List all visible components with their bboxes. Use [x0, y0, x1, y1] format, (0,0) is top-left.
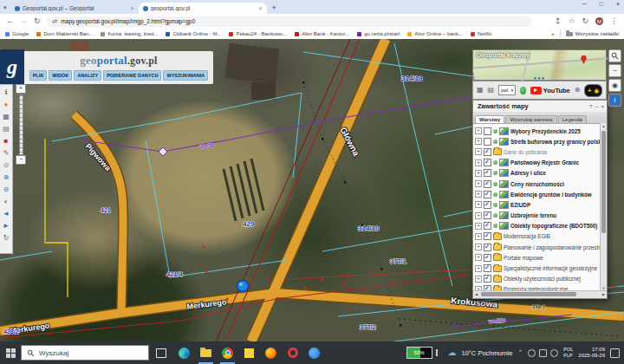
layer-label[interactable]: Uzbrojenie terenu — [510, 212, 556, 218]
layer-checkbox[interactable] — [484, 254, 491, 262]
zoom-slider-handle[interactable]: − — [16, 155, 26, 165]
zoom-in-button[interactable]: + — [16, 84, 26, 94]
globe-icon[interactable]: ◐ — [4, 196, 9, 207]
weather-cloud-icon[interactable]: ☁ — [448, 348, 457, 357]
expand-icon[interactable]: + — [475, 223, 482, 230]
map-point-marker[interactable] — [237, 281, 249, 292]
taskbar-app-sticky-notes[interactable] — [238, 341, 260, 364]
accessibility-contrast-button[interactable]: +◉ — [584, 84, 602, 97]
tray-expand-icon[interactable]: ⌃ — [517, 349, 523, 356]
youtube-button[interactable]: YouTube — [530, 87, 570, 94]
vertical-scrollbar[interactable]: ▲ ▼ — [600, 123, 607, 291]
bookmark-item[interactable]: Netflix — [471, 31, 492, 36]
table-icon[interactable]: ▦ — [3, 111, 10, 122]
more-bookmarks-icon[interactable]: » — [551, 31, 554, 36]
layer-checkbox[interactable] — [484, 180, 491, 188]
zoom-slider-track[interactable] — [19, 94, 23, 155]
battery-indicator[interactable]: 53% — [406, 347, 432, 359]
scrollbar-thumb[interactable] — [601, 131, 606, 233]
taskbar-app-file-explorer[interactable] — [195, 341, 217, 364]
expand-icon[interactable]: + — [475, 191, 482, 198]
bookmark-item[interactable]: Dom Maklerski Ban... — [36, 31, 93, 36]
layer-label[interactable]: Strefa buforowa przy granicy polsko-biał… — [510, 139, 607, 145]
browser-tab-inactive[interactable]: Geoportal.gov.pl – Geoportal × — [10, 3, 139, 14]
bookmark-star-icon[interactable]: ☆ — [568, 17, 575, 25]
taskbar-app-edge[interactable] — [173, 341, 195, 364]
new-tab-button[interactable]: + — [272, 3, 276, 12]
layer-label[interactable]: Planowanie i zagospodarowanie przestrzen… — [504, 244, 607, 250]
browser-tab-active[interactable]: geoportal.gov.pl × — [139, 3, 267, 14]
forward-icon[interactable]: → — [20, 17, 28, 25]
site-info-icon[interactable]: ⇄ — [53, 18, 58, 25]
tab-search-icon[interactable]: ▾ — [3, 4, 7, 11]
taskbar-app-blue-app[interactable] — [303, 341, 325, 364]
back-icon[interactable]: ◄ — [3, 208, 10, 219]
layer-checkbox[interactable] — [484, 201, 491, 209]
start-button[interactable] — [0, 341, 21, 364]
bookmark-item[interactable]: Google — [5, 31, 29, 36]
layer-label[interactable]: Państwowy Rejestr Granic — [510, 159, 579, 166]
layer-checkbox[interactable] — [484, 264, 491, 272]
bookmark-item[interactable]: Pekao24 - Bankowo... — [229, 31, 287, 36]
layer-label[interactable]: Obiekty użyteczności publicznej — [504, 276, 581, 282]
layer-label[interactable]: Obiekty topograficzne (BDOT500) — [510, 223, 597, 229]
layer-checkbox[interactable] — [484, 148, 491, 156]
layer-label[interactable]: Modernizacja EGiB — [504, 233, 550, 239]
info-panel-button[interactable]: i — [608, 94, 621, 107]
menu-kebab-icon[interactable]: ⋮ — [610, 17, 618, 25]
window-maximize-button[interactable]: □ — [600, 1, 603, 7]
menu-button-widok[interactable]: WIDOK — [49, 70, 72, 81]
expand-icon[interactable]: + — [475, 212, 482, 219]
history-icon[interactable]: ↻ — [3, 232, 10, 244]
geoportal-logo[interactable]: g — [0, 49, 24, 84]
forward-icon[interactable]: ► — [3, 220, 10, 231]
expand-icon[interactable]: + — [475, 201, 482, 208]
reload-icon[interactable]: ↻ — [34, 17, 41, 25]
layer-checkbox[interactable] — [484, 244, 491, 251]
map-viewport[interactable]: Pigwowa Główna Merkurego Merkurego Kroku… — [0, 39, 624, 341]
language-indicator[interactable]: POLPLP — [563, 347, 573, 358]
select-icon[interactable]: ■ — [4, 135, 9, 146]
task-view-icon[interactable] — [156, 348, 166, 358]
panel-tab-legenda[interactable]: Legenda — [558, 115, 587, 123]
info-icon[interactable]: ℹ — [4, 87, 7, 98]
all-bookmarks-button[interactable]: Wszystkie zakładki — [566, 31, 619, 36]
layer-label[interactable]: Adresy i ulice — [510, 170, 546, 176]
taskbar-search-input[interactable]: Wyszukaj — [21, 345, 149, 361]
layer-label[interactable]: Wybory Prezydenckie 2025 — [510, 128, 581, 134]
panel-tab-warstwy[interactable]: Warstwy — [475, 115, 504, 123]
expand-icon[interactable]: + — [475, 127, 482, 134]
menu-button-plik[interactable]: PLIK — [29, 70, 48, 81]
clock[interactable]: 17:092025-09-29 — [578, 347, 605, 360]
language-select[interactable]: pol▾ — [498, 85, 516, 95]
scrollbar-thumb[interactable] — [481, 292, 576, 296]
expand-icon[interactable]: + — [475, 254, 482, 261]
eye-visibility-icon[interactable]: ◉ — [608, 79, 621, 92]
close-panel-icon[interactable]: × — [601, 104, 604, 109]
layer-checkbox[interactable] — [484, 138, 491, 146]
layer-checkbox[interactable] — [484, 275, 491, 283]
weather-text[interactable]: 10°C Pochmurnie — [462, 349, 513, 357]
layer-checkbox[interactable] — [484, 159, 491, 166]
menu-button-pobieranie-danych[interactable]: POBIERANIE DANYCH — [103, 70, 161, 81]
back-icon[interactable]: ← — [6, 17, 14, 25]
tray-icons[interactable] — [528, 349, 558, 357]
window-minimize-button[interactable]: ─ — [582, 1, 587, 7]
apps-grid-icon[interactable]: ▦ — [477, 87, 484, 94]
layer-label[interactable]: Dane do pobrania — [504, 149, 547, 155]
zoom-out-icon[interactable]: ⊖ — [3, 184, 10, 195]
bookmark-item[interactable]: Citibank Online - M... — [166, 31, 221, 36]
zoom-in-icon[interactable]: ⊕ — [3, 172, 10, 183]
scroll-left-icon[interactable]: ◀ — [475, 292, 478, 296]
expand-icon[interactable]: + — [475, 265, 482, 272]
draw-icon[interactable]: ✎ — [3, 147, 10, 159]
taskbar-app-opera[interactable] — [282, 341, 303, 364]
scroll-up-icon[interactable]: ▲ — [601, 124, 607, 128]
minimize-panel-icon[interactable]: ─ — [595, 104, 598, 109]
collapse-button[interactable]: − — [608, 64, 621, 77]
action-center-icon[interactable] — [610, 348, 620, 358]
layer-checkbox[interactable] — [484, 222, 491, 230]
globe-icon[interactable]: ⊕ — [575, 87, 581, 94]
layer-label[interactable]: EZiUDP — [510, 202, 530, 208]
window-close-button[interactable]: × — [616, 1, 620, 7]
